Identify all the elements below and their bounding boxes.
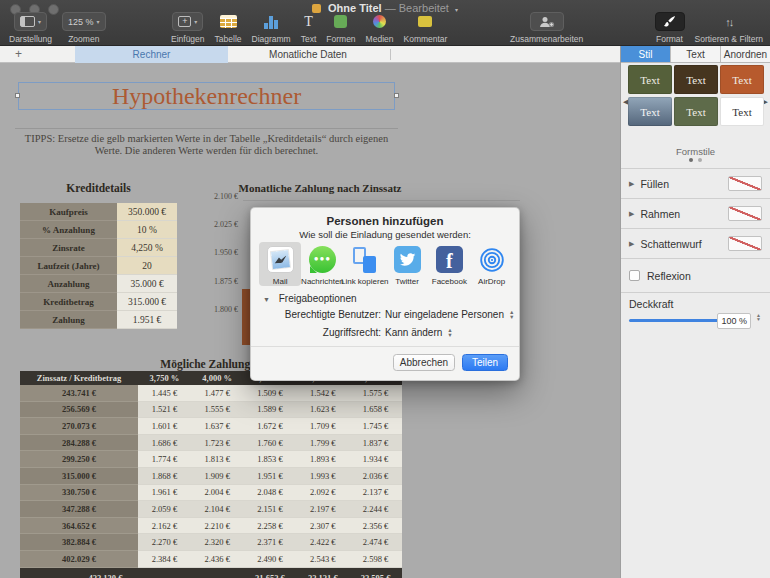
table-cell[interactable]: Zahlung [20, 311, 117, 329]
view-button[interactable]: ▾ Darstellung [9, 12, 52, 44]
shape-style-swatch[interactable]: Text [674, 65, 718, 94]
table-cell[interactable]: 22.595 € [349, 571, 402, 578]
table-cell[interactable]: 2.197 € [296, 501, 349, 518]
table-cell[interactable]: 2.490 € [244, 551, 297, 568]
table-cell[interactable]: 20 [117, 257, 177, 275]
table-cell[interactable]: 284.288 € [20, 435, 138, 452]
text-button[interactable]: T Text [301, 12, 317, 44]
table-cell[interactable]: 330.750 € [20, 485, 138, 502]
table-cell[interactable]: 402.029 € [20, 551, 138, 568]
tips-text[interactable]: TIPPS: Ersetze die gelb markierten Werte… [15, 133, 398, 156]
table-cell[interactable]: 1.575 € [349, 385, 402, 402]
table-cell[interactable]: 1.521 € [138, 402, 191, 419]
table-cell[interactable]: Anzahlung [20, 275, 117, 293]
table-cell[interactable]: 1.951 € [244, 468, 297, 485]
permission-popup[interactable]: Kann ändern ▲▼ [385, 327, 519, 338]
shape-style-swatch[interactable]: Text [674, 97, 718, 126]
table-cell[interactable]: Laufzeit (Jahre) [20, 257, 117, 275]
share-button[interactable]: Teilen [462, 354, 508, 371]
disclosure-icon[interactable]: ▶ [629, 210, 634, 218]
table-cell[interactable]: 1.868 € [138, 468, 191, 485]
share-option-mail[interactable]: Mail [259, 242, 301, 286]
table-cell[interactable]: 1.723 € [191, 435, 244, 452]
table-cell[interactable]: 1.799 € [296, 435, 349, 452]
table-cell[interactable]: Kaufpreis [20, 203, 117, 221]
table-cell[interactable]: 256.569 € [20, 402, 138, 419]
table-cell[interactable] [191, 571, 244, 578]
table-cell[interactable]: 1.760 € [244, 435, 297, 452]
tab-anordnen[interactable]: Anordnen [721, 46, 770, 62]
media-button[interactable]: Medien [366, 12, 394, 44]
table-cell[interactable]: 22.121 € [296, 571, 349, 578]
shape-style-swatch[interactable]: Text [720, 97, 764, 126]
table-cell[interactable]: 364.652 € [20, 518, 138, 535]
page-dots[interactable] [621, 158, 770, 162]
table-cell[interactable]: 2.270 € [138, 534, 191, 551]
share-option-twitter[interactable]: Twitter [386, 242, 428, 286]
table-cell[interactable]: 1.813 € [191, 451, 244, 468]
opacity-stepper[interactable]: ▲▼ [756, 313, 761, 321]
table-cell[interactable]: 1.445 € [138, 385, 191, 402]
table-cell[interactable]: 2.258 € [244, 518, 297, 535]
table-button[interactable]: Tabelle [215, 12, 242, 44]
cancel-button[interactable]: Abbrechen [393, 354, 455, 371]
table-cell[interactable]: 1.837 € [349, 435, 402, 452]
fill-section[interactable]: ▶ Füllen [621, 168, 770, 198]
add-sheet-button[interactable]: + [15, 47, 22, 61]
table-cell[interactable]: 315.000 € [20, 468, 138, 485]
tab-stil[interactable]: Stil [621, 46, 671, 62]
disclosure-icon[interactable]: ▶ [629, 240, 634, 248]
table-cell[interactable]: 1.589 € [244, 402, 297, 419]
table-cell[interactable]: 1.934 € [349, 451, 402, 468]
insert-button[interactable]: +▾ Einfügen [171, 12, 205, 44]
border-section[interactable]: ▶ Rahmen [621, 198, 770, 228]
table-cell[interactable]: 270.073 € [20, 418, 138, 435]
table-cell[interactable]: 1.601 € [138, 418, 191, 435]
table-cell[interactable]: 2.210 € [191, 518, 244, 535]
table-cell[interactable]: 2.104 € [191, 501, 244, 518]
shadow-swatch-button[interactable] [728, 236, 762, 251]
table-cell[interactable]: 243.741 € [20, 385, 138, 402]
tab-rechner[interactable]: Rechner [75, 46, 228, 63]
table-cell[interactable]: 1.893 € [296, 451, 349, 468]
table-cell[interactable]: 2.384 € [138, 551, 191, 568]
column-header-cell[interactable]: 3,750 % [138, 371, 191, 385]
table-cell[interactable]: 35.000 € [117, 275, 177, 293]
share-option-airdrop[interactable]: AirDrop [470, 242, 512, 286]
opacity-slider[interactable] [629, 319, 725, 322]
table-cell[interactable]: 2.059 € [138, 501, 191, 518]
table-cell[interactable]: 350.000 € [117, 203, 177, 221]
share-options-disclosure[interactable]: ▼ Freigabeoptionen [263, 293, 357, 304]
collaborate-button[interactable]: Zusammenarbeiten [510, 12, 583, 44]
table-cell[interactable]: 315.000 € [117, 293, 177, 311]
table-cell[interactable]: 1.774 € [138, 451, 191, 468]
table-cell[interactable]: 4,250 % [117, 239, 177, 257]
shape-style-swatch[interactable]: Text [628, 65, 672, 94]
column-header-cell[interactable]: 4,000 % [191, 371, 244, 385]
share-option-copy-link[interactable]: Link kopieren [344, 242, 386, 286]
table-cell[interactable]: 2.092 € [296, 485, 349, 502]
table-cell[interactable]: 2.371 € [244, 534, 297, 551]
sort-filter-button[interactable]: ↑↓ Sortieren & Filtern [695, 12, 764, 44]
share-option-facebook[interactable]: f Facebook [428, 242, 470, 286]
table-cell[interactable]: 1.623 € [296, 402, 349, 419]
disclosure-icon[interactable]: ▶ [629, 180, 634, 188]
table-cell[interactable]: 1.993 € [296, 468, 349, 485]
table-cell[interactable]: 1.658 € [349, 402, 402, 419]
opacity-value-field[interactable]: 100 % [717, 313, 751, 329]
table-cell[interactable]: 2.151 € [244, 501, 297, 518]
table-cell[interactable]: Zinsrate [20, 239, 117, 257]
format-button[interactable]: Format [655, 12, 685, 44]
tab-text[interactable]: Text [671, 46, 721, 62]
table-cell[interactable]: 1.477 € [191, 385, 244, 402]
kreditdetails-table[interactable]: Kaufpreis350.000 €% Anzahlung10 %Zinsrat… [20, 203, 177, 329]
table-cell[interactable]: 2.137 € [349, 485, 402, 502]
table-cell[interactable]: 2.244 € [349, 501, 402, 518]
sheet-title[interactable]: Hypothekenrechner [18, 83, 395, 110]
table-cell[interactable]: 1.509 € [244, 385, 297, 402]
table-cell[interactable]: 1.745 € [349, 418, 402, 435]
table-cell[interactable]: 2.036 € [349, 468, 402, 485]
table-cell[interactable]: % Anzahlung [20, 221, 117, 239]
table-cell[interactable]: 347.288 € [20, 501, 138, 518]
table-cell[interactable]: 10 % [117, 221, 177, 239]
